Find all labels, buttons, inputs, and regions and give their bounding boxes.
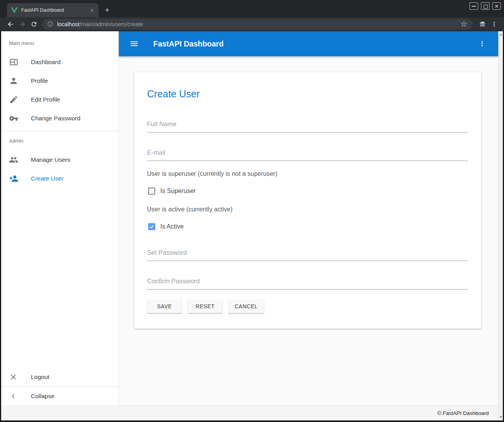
- superuser-hint: User is superuser (currently is not a su…: [147, 170, 468, 177]
- browser-toolbar: localhost/main/admin/users/create: [0, 17, 504, 31]
- browser-tab[interactable]: FastAPI Dashboard: [7, 3, 99, 17]
- sidebar-item-label: Edit Profile: [31, 96, 60, 103]
- full-name-input[interactable]: [147, 120, 468, 132]
- tab-close-icon[interactable]: [88, 7, 95, 14]
- person-icon: [9, 76, 18, 86]
- url-host: localhost: [57, 21, 79, 27]
- scroll-down-icon[interactable]: [499, 416, 502, 418]
- maximize-button[interactable]: [481, 2, 490, 10]
- kebab-menu-icon[interactable]: [476, 38, 488, 50]
- sidebar-item-label: Profile: [31, 77, 48, 84]
- vue-logo-icon: [11, 7, 18, 13]
- email-input[interactable]: [147, 149, 468, 161]
- page-title: Create User: [147, 87, 468, 100]
- appbar: FastAPI Dashboard: [119, 31, 498, 56]
- minimize-button[interactable]: [470, 2, 478, 10]
- sidebar-item-edit-profile[interactable]: Edit Profile: [1, 90, 118, 109]
- url-text[interactable]: localhost/main/admin/users/create: [57, 21, 458, 27]
- sidebar-item-label: Logout: [31, 374, 49, 381]
- close-window-button[interactable]: ✕: [492, 2, 501, 10]
- sidebar-item-label: Create User: [31, 175, 64, 182]
- copyright-text: © FastAPI Dashboard: [437, 410, 489, 416]
- forward-button[interactable]: [16, 18, 28, 30]
- sidebar-item-label: Change Password: [31, 115, 81, 122]
- save-button[interactable]: SAVE: [147, 300, 182, 313]
- close-icon: [9, 372, 18, 382]
- checkbox-label: Is Active: [160, 223, 184, 230]
- reload-button[interactable]: [28, 18, 40, 30]
- window-controls: ✕: [470, 2, 501, 10]
- key-icon: [9, 114, 18, 123]
- create-user-card: Create User User is superuser (currently…: [135, 72, 481, 329]
- reset-button[interactable]: RESET: [188, 300, 222, 313]
- confirm-password-field: [147, 277, 468, 290]
- email-field: [147, 149, 468, 161]
- url-bar[interactable]: localhost/main/admin/users/create: [42, 19, 473, 30]
- sidebar-spacer: [1, 188, 118, 368]
- sidebar-item-label: Dashboard: [31, 59, 61, 66]
- cancel-button[interactable]: CANCEL: [228, 300, 264, 313]
- is-superuser-checkbox-row[interactable]: Is Superuser: [147, 188, 468, 195]
- page-scrollbar[interactable]: [498, 31, 503, 420]
- active-hint: User is active (currently active): [147, 206, 468, 213]
- sidebar-item-change-password[interactable]: Change Password: [1, 109, 118, 128]
- sidebar-item-manage-users[interactable]: Manage Users: [1, 150, 118, 169]
- sidebar-item-label: Collapse: [31, 393, 54, 400]
- pencil-icon: [9, 95, 18, 104]
- sidebar-item-dashboard[interactable]: Dashboard: [1, 53, 118, 72]
- new-tab-button[interactable]: +: [103, 6, 111, 15]
- sidebar-section-main-menu: Main menu: [1, 31, 118, 50]
- content-area: Create User User is superuser (currently…: [119, 56, 498, 406]
- hamburger-menu-icon[interactable]: [128, 38, 140, 50]
- page: Main menu Dashboard Profile: [0, 31, 504, 422]
- browser-window: FastAPI Dashboard + ✕ localhost/ma: [0, 0, 504, 422]
- sidebar-item-logout[interactable]: Logout: [1, 368, 118, 386]
- sidebar-item-collapse[interactable]: Collapse: [1, 387, 118, 406]
- checkbox-label: Is Superuser: [160, 188, 196, 195]
- site-info-icon[interactable]: [47, 21, 54, 27]
- sidebar-item-profile[interactable]: Profile: [1, 72, 118, 90]
- tab-title: FastAPI Dashboard: [21, 7, 88, 13]
- people-icon: [9, 155, 18, 165]
- url-path: /main/admin/users/create: [79, 21, 143, 27]
- checkbox-icon[interactable]: [148, 188, 155, 195]
- close-icon: ✕: [493, 3, 500, 9]
- bookmark-star-icon[interactable]: [458, 18, 470, 30]
- checkbox-icon[interactable]: [148, 223, 155, 230]
- scroll-up-icon[interactable]: [499, 33, 502, 36]
- dashboard-icon: [9, 57, 18, 67]
- browser-titlebar: FastAPI Dashboard + ✕: [0, 0, 504, 17]
- chevron-left-icon: [9, 392, 18, 401]
- app-footer: © FastAPI Dashboard: [1, 406, 498, 420]
- set-password-input[interactable]: [147, 249, 468, 261]
- browser-menu-icon[interactable]: [488, 18, 500, 30]
- sidebar-item-create-user[interactable]: Create User: [1, 169, 118, 188]
- set-password-field: [147, 249, 468, 261]
- sidebar: Main menu Dashboard Profile: [1, 31, 119, 406]
- sidebar-item-label: Manage Users: [31, 156, 70, 163]
- appbar-title: FastAPI Dashboard: [153, 39, 476, 48]
- person-add-icon: [9, 174, 18, 183]
- full-name-field: [147, 120, 468, 132]
- confirm-password-input[interactable]: [147, 277, 468, 290]
- form-buttons: SAVE RESET CANCEL: [147, 300, 468, 313]
- back-button[interactable]: [5, 18, 16, 30]
- is-active-checkbox-row[interactable]: Is Active: [147, 223, 468, 230]
- sidebar-section-admin: Admin: [1, 131, 118, 147]
- main-area: FastAPI Dashboard Create User: [119, 31, 498, 406]
- incognito-icon: [477, 18, 488, 30]
